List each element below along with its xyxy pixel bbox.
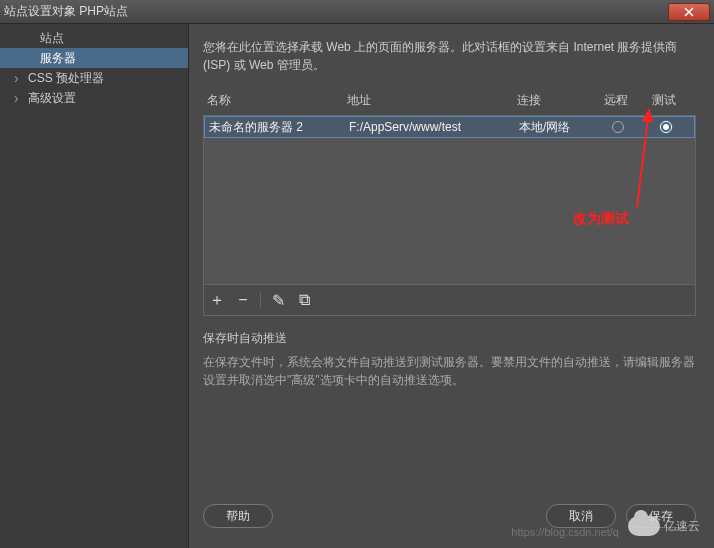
cell-test[interactable] (642, 121, 690, 133)
sidebar-item-label: 站点 (40, 30, 64, 47)
header-test: 测试 (640, 92, 688, 109)
edit-button[interactable]: ✎ (269, 291, 287, 309)
header-name: 名称 (207, 92, 347, 109)
table-header: 名称 地址 连接 远程 测试 (203, 92, 696, 115)
autopush-title: 保存时自动推送 (203, 330, 696, 347)
cancel-button[interactable]: 取消 (546, 504, 616, 528)
radio-dot (663, 124, 669, 130)
cell-remote[interactable] (594, 121, 642, 133)
sidebar-item-label: 高级设置 (28, 90, 76, 107)
server-table: 未命名的服务器 2 F:/AppServ/www/test 本地/网络 (203, 115, 696, 285)
sidebar-item-label: CSS 预处理器 (28, 70, 104, 87)
cell-conn: 本地/网络 (519, 119, 594, 136)
autopush-text: 在保存文件时，系统会将文件自动推送到测试服务器。要禁用文件的自动推送，请编辑服务… (203, 353, 696, 389)
duplicate-button[interactable]: ⧉ (295, 291, 313, 309)
content-panel: 您将在此位置选择承载 Web 上的页面的服务器。此对话框的设置来自 Intern… (189, 24, 714, 548)
sidebar: 站点 服务器 CSS 预处理器 高级设置 (0, 24, 189, 548)
radio-test[interactable] (660, 121, 672, 133)
sidebar-item-label: 服务器 (40, 50, 76, 67)
sidebar-item-css[interactable]: CSS 预处理器 (0, 68, 188, 88)
header-addr: 地址 (347, 92, 517, 109)
help-button[interactable]: 帮助 (203, 504, 273, 528)
watermark-url: https://blog.csdn.net/q (511, 526, 619, 538)
intro-text: 您将在此位置选择承载 Web 上的页面的服务器。此对话框的设置来自 Intern… (203, 38, 696, 74)
window-title: 站点设置对象 PHP站点 (4, 3, 668, 20)
radio-remote[interactable] (612, 121, 624, 133)
close-icon (684, 7, 694, 17)
main-area: 站点 服务器 CSS 预处理器 高级设置 您将在此位置选择承载 Web 上的页面… (0, 24, 714, 548)
add-button[interactable]: ＋ (208, 291, 226, 309)
titlebar: 站点设置对象 PHP站点 (0, 0, 714, 24)
table-toolbar: ＋ − ✎ ⧉ (203, 285, 696, 316)
header-remote: 远程 (592, 92, 640, 109)
cloud-icon (628, 516, 660, 536)
sidebar-item-advanced[interactable]: 高级设置 (0, 88, 188, 108)
watermark-text: 亿速云 (664, 518, 700, 535)
table-row[interactable]: 未命名的服务器 2 F:/AppServ/www/test 本地/网络 (204, 116, 695, 138)
header-conn: 连接 (517, 92, 592, 109)
remove-button[interactable]: − (234, 291, 252, 309)
cell-addr: F:/AppServ/www/test (349, 120, 519, 134)
separator (260, 292, 261, 308)
cell-name: 未命名的服务器 2 (209, 119, 349, 136)
watermark-logo: 亿速云 (628, 510, 708, 542)
sidebar-item-server[interactable]: 服务器 (0, 48, 188, 68)
button-row: 帮助 取消 保存 (203, 504, 696, 528)
close-button[interactable] (668, 3, 710, 21)
sidebar-item-site[interactable]: 站点 (0, 28, 188, 48)
